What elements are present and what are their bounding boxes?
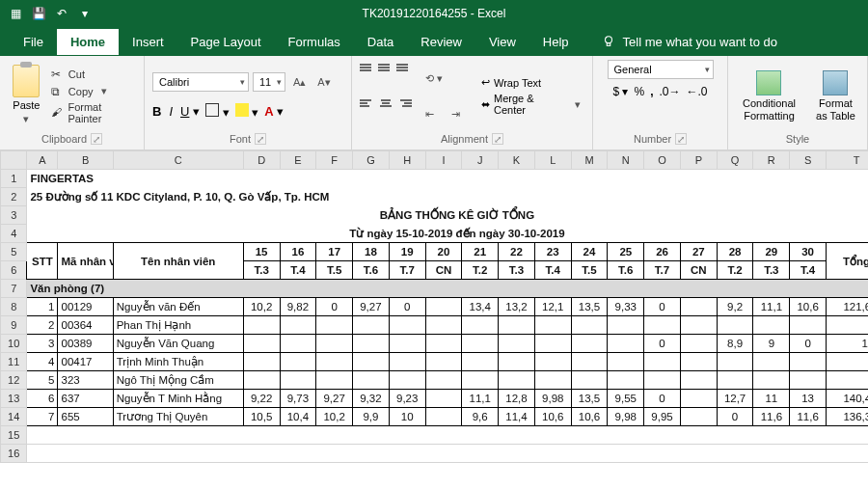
tab-pagelayout[interactable]: Page Layout [177,29,275,55]
cell[interactable]: 17 [316,243,353,261]
cell[interactable]: 30 [790,243,827,261]
worksheet-area[interactable]: A B C D E F G H I J K L M N O P Q R S T … [0,150,868,489]
col-header[interactable]: N [608,151,644,170]
cut-button[interactable]: Cut [51,68,136,81]
cell[interactable]: 12,8 [499,390,535,408]
cell[interactable]: 00389 [58,335,113,353]
cell[interactable]: 11,4 [499,408,535,426]
cell[interactable]: 140,482 [826,390,868,408]
cell[interactable]: Tên nhân viên [113,243,243,280]
col-header[interactable]: R [753,151,790,170]
cell[interactable]: Trương Thị Quyên [113,408,243,426]
save-icon[interactable]: 💾 [31,6,46,21]
number-launcher[interactable]: ⤢ [675,133,687,145]
cell[interactable] [425,316,462,335]
cell[interactable] [534,353,571,371]
accounting-format-button[interactable]: $ ▾ [612,85,628,98]
cell[interactable]: 9,27 [353,298,390,316]
cell[interactable]: 13,5 [571,298,608,316]
cell[interactable]: 00364 [58,316,113,335]
decrease-font-icon[interactable]: A▾ [313,74,334,91]
cell[interactable]: 10,2 [243,298,280,316]
cell[interactable] [790,371,827,390]
underline-button[interactable]: U ▾ [180,104,200,119]
tab-insert[interactable]: Insert [119,29,177,55]
cell[interactable]: 637 [58,390,113,408]
tab-home[interactable]: Home [57,29,119,55]
cell[interactable]: FINGERTAS [27,170,868,188]
cell[interactable]: 26 [644,243,681,261]
cell[interactable] [280,335,316,353]
cell[interactable]: 13,2 [499,298,535,316]
cell[interactable]: 0 [826,371,868,390]
col-header[interactable]: S [790,151,827,170]
cell[interactable] [389,353,425,371]
row-header[interactable]: 8 [1,298,27,316]
cell[interactable]: 28 [717,243,753,261]
cell[interactable]: 13,5 [571,390,608,408]
cell[interactable] [534,371,571,390]
alignment-launcher[interactable]: ⤢ [492,133,503,145]
cell[interactable] [462,353,499,371]
col-header[interactable]: B [58,151,113,170]
cell[interactable] [389,335,425,353]
row-header[interactable]: 12 [1,371,27,390]
col-header[interactable]: O [644,151,681,170]
cell[interactable]: 25 Đường số 11 KDC Cityland, P. 10, Q. G… [27,188,868,206]
cell[interactable] [680,316,717,335]
select-all-corner[interactable] [1,151,27,170]
cell[interactable]: 10,5 [243,408,280,426]
col-header[interactable]: I [425,151,462,170]
cell[interactable]: Văn phòng (7) [27,280,868,298]
cell[interactable] [353,335,390,353]
qat-dropdown-icon[interactable]: ▾ [77,6,93,21]
font-name-select[interactable]: Calibri [152,72,249,92]
col-header[interactable]: D [243,151,280,170]
cell[interactable]: 25 [608,243,644,261]
cell[interactable] [571,335,608,353]
font-color-button[interactable]: A ▾ [264,104,284,119]
row-header[interactable]: 10 [1,335,27,353]
col-header[interactable]: F [316,151,353,170]
row-header[interactable]: 7 [1,280,27,298]
cell[interactable]: T.4 [790,261,827,280]
cell[interactable]: 9,6 [462,408,499,426]
cell[interactable]: 11,1 [462,390,499,408]
cell[interactable]: 23 [534,243,571,261]
cell[interactable] [644,371,681,390]
wrap-text-button[interactable]: ↩Wrap Text [481,76,584,89]
cell[interactable] [316,316,353,335]
cell[interactable]: 9,2 [717,298,753,316]
decrease-decimal-button[interactable]: ←.0 [687,85,708,98]
cell[interactable]: T.5 [571,261,608,280]
col-header[interactable]: K [499,151,535,170]
cell[interactable] [243,371,280,390]
cell[interactable] [717,316,753,335]
format-painter-button[interactable]: Format Painter [51,101,136,124]
horizontal-align-buttons[interactable] [360,99,412,129]
cell[interactable]: CN [425,261,462,280]
cell[interactable] [462,316,499,335]
cell[interactable]: 6 [27,390,58,408]
cell[interactable] [280,316,316,335]
cell[interactable]: 0 [717,408,753,426]
row-header[interactable]: 3 [1,206,27,225]
cell[interactable] [499,353,535,371]
cell[interactable]: Trịnh Minh Thuận [113,353,243,371]
cell[interactable] [608,371,644,390]
row-header[interactable]: 6 [1,261,27,280]
cell[interactable] [680,371,717,390]
cell[interactable]: 13 [790,390,827,408]
cell[interactable] [753,353,790,371]
cell[interactable]: 121,668 [826,298,868,316]
row-header[interactable]: 5 [1,243,27,261]
cell[interactable]: T.2 [462,261,499,280]
tab-help[interactable]: Help [529,29,583,55]
cell[interactable]: 0 [644,298,681,316]
cell[interactable]: 11,6 [753,408,790,426]
cell[interactable]: 2 [27,316,58,335]
cell[interactable] [790,353,827,371]
cell[interactable]: 10,2 [316,408,353,426]
bold-button[interactable]: B [152,104,161,119]
cell[interactable]: 29 [753,243,790,261]
